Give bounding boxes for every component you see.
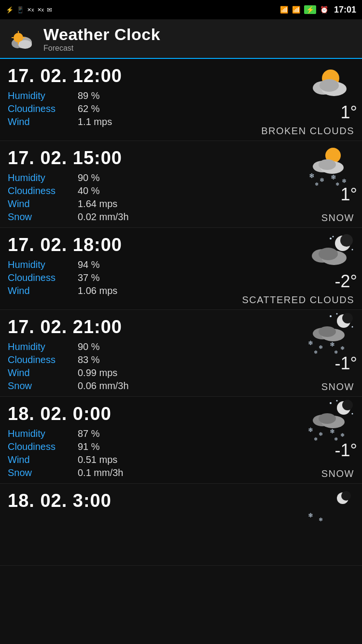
status-left-icons: ⚡ 📱 ✕x ✕x ✉: [6, 6, 52, 14]
weather-icon: [304, 64, 357, 102]
svg-text:❄: ❄: [315, 182, 319, 187]
cloudiness-row: Cloudiness 62 %: [8, 103, 354, 114]
svg-text:❄: ❄: [330, 428, 335, 435]
usb-icon: ⚡: [6, 6, 14, 14]
humidity-row: Humidity 94 %: [8, 259, 354, 270]
card-stats: Humidity 90 % Cloudiness 40 % Wind 1.64 …: [8, 172, 354, 223]
card-temperature: 1°: [341, 184, 357, 205]
cloudiness-value: 91 %: [78, 441, 100, 452]
wind-label: Wind: [8, 198, 78, 210]
svg-point-31: [342, 313, 353, 323]
card-right: ❄ ❄ ❄ ❄ ❄ ❄ 1°: [304, 146, 357, 205]
snow-row: Snow 0.02 mm/3h: [8, 211, 354, 223]
snow-value: 0.02 mm/3h: [78, 211, 129, 223]
svg-point-45: [342, 400, 353, 410]
forecast-card: 18. 02. 3:00 ❄ ❄: [0, 484, 362, 566]
status-right-icons: 📶 📶 ⚡ ⏰ 17:01: [280, 5, 356, 15]
forecast-card: 17. 02. 18:00 Humidity 94 % Cloudiness 3…: [0, 228, 362, 310]
card-stats: Humidity 89 % Cloudiness 62 % Wind 1.1 m…: [8, 90, 354, 127]
card-right: ❄ ❄ ❄ ❄ ❄ ❄ -1°: [304, 402, 357, 461]
weather-description: SNOW: [321, 212, 354, 224]
cloudiness-label: Cloudiness: [8, 272, 78, 283]
status-bar: ⚡ 📱 ✕x ✕x ✉ 📶 📶 ⚡ ⏰ 17:01: [0, 0, 362, 19]
humidity-value: 89 %: [78, 90, 100, 101]
card-datetime: 17. 02. 12:00: [8, 66, 354, 86]
cloudiness-row: Cloudiness 83 %: [8, 354, 354, 365]
wind-row: Wind 0.99 mps: [8, 367, 354, 378]
svg-text:❄: ❄: [314, 350, 318, 355]
svg-point-26: [333, 236, 334, 238]
svg-point-3: [18, 40, 32, 49]
signal-x-icon-2: ✕x: [37, 7, 44, 13]
snow-row: Snow 0.06 mm/3h: [8, 380, 354, 392]
svg-point-34: [352, 326, 353, 327]
forecast-list: 17. 02. 12:00 Humidity 89 % Cloudiness 6…: [0, 59, 362, 566]
svg-point-25: [352, 249, 353, 251]
svg-text:❄: ❄: [335, 182, 339, 187]
snow-label: Snow: [8, 211, 78, 223]
cloudiness-value: 62 %: [78, 103, 100, 114]
wifi-icon: 📶: [280, 6, 288, 14]
card-datetime: 17. 02. 21:00: [8, 317, 354, 337]
wind-value: 1.64 mps: [78, 198, 117, 210]
clock-time: 17:01: [334, 5, 356, 15]
weather-description: SNOW: [321, 381, 354, 392]
wind-label: Wind: [8, 116, 78, 127]
card-temperature: 1°: [341, 102, 357, 123]
header-text-block: Weather Clock Forecast: [43, 25, 160, 53]
svg-text:❄: ❄: [330, 341, 335, 348]
wind-row: Wind 0.51 mps: [8, 454, 354, 465]
cloudiness-label: Cloudiness: [8, 354, 78, 365]
svg-point-48: [352, 413, 353, 414]
svg-text:❄: ❄: [308, 512, 313, 519]
snow-value: 0.06 mm/3h: [78, 380, 129, 392]
svg-point-59: [341, 491, 351, 501]
svg-point-51: [319, 413, 336, 424]
card-stats: Humidity 87 % Cloudiness 91 % Wind 0.51 …: [8, 428, 354, 478]
card-datetime: 17. 02. 18:00: [8, 235, 354, 255]
signal-icon: 📶: [292, 6, 300, 14]
humidity-row: Humidity 87 %: [8, 428, 354, 439]
svg-point-47: [336, 400, 338, 401]
cloudiness-label: Cloudiness: [8, 103, 78, 114]
signal-x-icon-1: ✕x: [27, 7, 34, 13]
svg-point-24: [330, 238, 332, 239]
cloudiness-row: Cloudiness 37 %: [8, 272, 354, 283]
card-datetime: 17. 02. 15:00: [8, 148, 354, 168]
cloudiness-value: 40 %: [78, 185, 100, 196]
svg-text:❄: ❄: [340, 345, 345, 351]
card-temperature: -1°: [335, 353, 357, 374]
cloudiness-value: 83 %: [78, 354, 100, 365]
wind-value: 1.06 mps: [78, 285, 117, 296]
card-right: -2°: [304, 233, 357, 292]
card-right: ❄ ❄ ❄ ❄ ❄ ❄ -1°: [304, 315, 357, 374]
cloudiness-row: Cloudiness 91 %: [8, 441, 354, 452]
weather-icon: ❄ ❄ ❄ ❄ ❄ ❄: [304, 315, 357, 353]
svg-text:❄: ❄: [309, 172, 315, 180]
svg-point-11: [320, 79, 339, 92]
forecast-card: 17. 02. 15:00 Humidity 90 % Cloudiness 4…: [0, 141, 362, 228]
wind-label: Wind: [8, 285, 78, 296]
svg-text:❄: ❄: [319, 517, 323, 522]
wind-label: Wind: [8, 454, 78, 465]
cloudiness-row: Cloudiness 40 %: [8, 185, 354, 196]
card-right: 1°: [304, 64, 357, 123]
card-temperature: -1°: [335, 440, 357, 461]
humidity-row: Humidity 90 %: [8, 172, 354, 183]
weather-icon: [304, 233, 357, 271]
cloudiness-value: 37 %: [78, 272, 100, 283]
svg-text:❄: ❄: [320, 177, 324, 183]
app-subtitle: Forecast: [43, 44, 160, 53]
svg-text:❄: ❄: [308, 339, 313, 347]
weather-description: BROKEN CLOUDS: [261, 126, 354, 137]
weather-icon: ❄ ❄: [304, 489, 357, 527]
app-title: Weather Clock: [43, 25, 160, 44]
svg-text:❄: ❄: [314, 436, 318, 442]
humidity-label: Humidity: [8, 428, 78, 439]
svg-point-29: [319, 248, 338, 260]
svg-point-37: [319, 326, 336, 337]
svg-text:❄: ❄: [340, 432, 345, 438]
snow-value: 0.1 mm/3h: [78, 467, 123, 478]
svg-point-33: [336, 313, 338, 314]
humidity-row: Humidity 89 %: [8, 90, 354, 101]
